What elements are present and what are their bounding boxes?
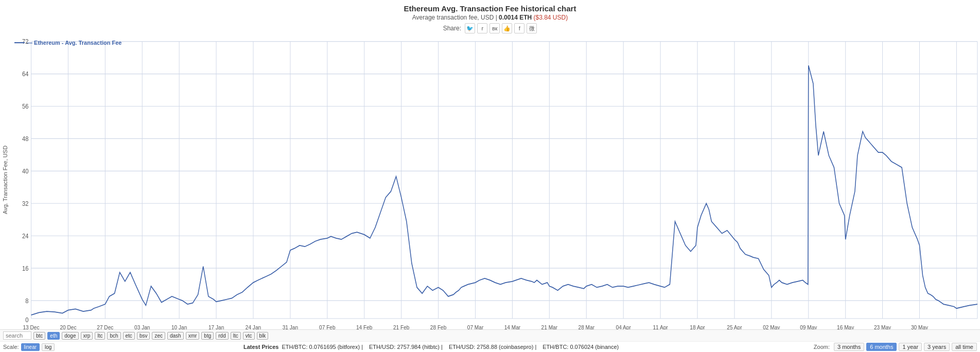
- zoom-label: Zoom:: [814, 344, 830, 350]
- svg-text:04 Apr: 04 Apr: [616, 324, 632, 329]
- chart-container: — Ethereum - Avg. Transaction Fee 0 8 16…: [10, 36, 980, 329]
- svg-text:0: 0: [25, 316, 28, 324]
- svg-text:27 Dec: 27 Dec: [97, 324, 114, 329]
- svg-text:20 Dec: 20 Dec: [60, 324, 77, 329]
- svg-text:16: 16: [22, 265, 29, 272]
- zoom-alltime[interactable]: all time: [952, 343, 977, 351]
- price-ethbtc-bitforex: ETH/BTC: 0.0761695 (bitforex) |: [282, 344, 363, 350]
- svg-text:25 Apr: 25 Apr: [727, 324, 742, 329]
- scale-label: Scale:: [3, 344, 19, 350]
- price-ethusd-hitbtc: ETH/USD: 2757.984 (hitbtc) |: [369, 344, 443, 350]
- chart-legend: — Ethereum - Avg. Transaction Fee: [14, 40, 121, 46]
- subtitle-prefix: Average transaction fee, USD |: [412, 14, 497, 21]
- svg-text:14 Feb: 14 Feb: [356, 324, 373, 329]
- svg-text:32: 32: [22, 200, 29, 207]
- zoom-6months[interactable]: 6 months: [866, 343, 897, 351]
- footer-row: Scale: linear log Latest Prices ETH/BTC:…: [0, 341, 980, 352]
- svg-text:18 Apr: 18 Apr: [690, 324, 705, 329]
- price-ethusd-coinbasepro: ETH/USD: 2758.88 (coinbasepro) |: [449, 344, 536, 350]
- svg-text:07 Feb: 07 Feb: [319, 324, 336, 329]
- svg-text:16 May: 16 May: [837, 324, 854, 329]
- svg-text:64: 64: [22, 70, 29, 78]
- coin-rdd[interactable]: rdd: [216, 332, 228, 340]
- prices-label: Latest Prices: [243, 344, 278, 350]
- share-bar: Share: 🐦 r вк 👍 f 微: [0, 23, 980, 33]
- weibo-icon[interactable]: 微: [527, 23, 537, 33]
- reddit-icon[interactable]: r: [477, 23, 487, 33]
- legend-text: — Ethereum - Avg. Transaction Fee: [27, 40, 121, 46]
- chart-area: Avg. Transaction Fee, USD — Ethereum - A…: [0, 36, 980, 329]
- vk-icon[interactable]: вк: [489, 23, 500, 33]
- coin-doge[interactable]: doge: [62, 332, 78, 340]
- svg-text:40: 40: [22, 167, 29, 175]
- svg-text:07 Mar: 07 Mar: [467, 324, 484, 329]
- share-icons: 🐦 r вк 👍 f 微: [465, 23, 537, 33]
- zoom-3months[interactable]: 3 months: [834, 343, 864, 351]
- zoom-bar: Zoom: 3 months 6 months 1 year 3 years a…: [814, 343, 977, 351]
- coin-etc[interactable]: etc: [123, 332, 135, 340]
- coins-bar: btc eth doge xrp ltc bch etc bsv zec das…: [0, 329, 980, 341]
- price-ethbtc-binance: ETH/BTC: 0.076024 (binance): [542, 344, 619, 350]
- chart-line: [31, 65, 977, 315]
- prices-section: Latest Prices ETH/BTC: 0.0761695 (bitfor…: [243, 344, 625, 350]
- coin-vtc[interactable]: vtc: [243, 332, 255, 340]
- chart-svg: 0 8 16 24 32 40 48 56 64 72: [10, 36, 980, 329]
- coin-zec[interactable]: zec: [152, 332, 165, 340]
- eth-value: 0.0014 ETH: [499, 14, 532, 21]
- scale-linear[interactable]: linear: [21, 343, 40, 351]
- svg-text:31 Jan: 31 Jan: [283, 324, 298, 329]
- svg-text:13 Dec: 13 Dec: [23, 324, 40, 329]
- svg-text:28 Mar: 28 Mar: [579, 324, 595, 329]
- coin-dash[interactable]: dash: [167, 332, 184, 340]
- coin-blk[interactable]: blk: [257, 332, 269, 340]
- svg-text:30 May: 30 May: [911, 324, 929, 329]
- scale-bar: Scale: linear log: [3, 343, 55, 351]
- svg-text:56: 56: [22, 102, 29, 110]
- svg-text:03 Jan: 03 Jan: [134, 324, 150, 329]
- coin-btc[interactable]: btc: [33, 332, 45, 340]
- svg-text:23 May: 23 May: [874, 324, 891, 329]
- coin-ltc[interactable]: ltc: [95, 332, 105, 340]
- svg-text:10 Jan: 10 Jan: [171, 324, 187, 329]
- legend-line-symbol: [14, 42, 25, 43]
- scale-log[interactable]: log: [42, 343, 55, 351]
- facebook-icon[interactable]: f: [514, 23, 524, 33]
- page-header: Ethereum Avg. Transaction Fee historical…: [0, 0, 980, 36]
- coin-xmr[interactable]: xmr: [186, 332, 200, 340]
- coin-ltc2[interactable]: ltc: [231, 332, 241, 340]
- zoom-1year[interactable]: 1 year: [899, 343, 922, 351]
- coin-btg[interactable]: btg: [201, 332, 214, 340]
- like-icon[interactable]: 👍: [502, 23, 512, 33]
- svg-text:24: 24: [22, 232, 29, 240]
- svg-text:21 Feb: 21 Feb: [393, 324, 410, 329]
- svg-text:17 Jan: 17 Jan: [208, 324, 224, 329]
- coin-eth[interactable]: eth: [47, 332, 60, 340]
- coin-bch[interactable]: bch: [107, 332, 120, 340]
- svg-text:21 Mar: 21 Mar: [541, 324, 558, 329]
- search-input[interactable]: [3, 331, 31, 340]
- svg-text:11 Apr: 11 Apr: [653, 324, 668, 329]
- coin-xrp[interactable]: xrp: [81, 332, 93, 340]
- page-title: Ethereum Avg. Transaction Fee historical…: [0, 4, 980, 13]
- y-axis-label: Avg. Transaction Fee, USD: [0, 46, 10, 314]
- svg-text:48: 48: [22, 135, 29, 143]
- svg-text:02 May: 02 May: [763, 324, 780, 329]
- svg-text:14 Mar: 14 Mar: [504, 324, 521, 329]
- svg-text:28 Feb: 28 Feb: [430, 324, 447, 329]
- svg-text:8: 8: [25, 297, 28, 305]
- subtitle: Average transaction fee, USD | 0.0014 ET…: [0, 14, 980, 21]
- svg-text:09 May: 09 May: [800, 324, 817, 329]
- twitter-icon[interactable]: 🐦: [465, 23, 475, 33]
- svg-text:24 Jan: 24 Jan: [246, 324, 261, 329]
- coin-bsv[interactable]: bsv: [137, 332, 150, 340]
- share-label: Share:: [443, 25, 461, 32]
- zoom-3years[interactable]: 3 years: [924, 343, 950, 351]
- usd-value: ($3.84 USD): [534, 14, 568, 21]
